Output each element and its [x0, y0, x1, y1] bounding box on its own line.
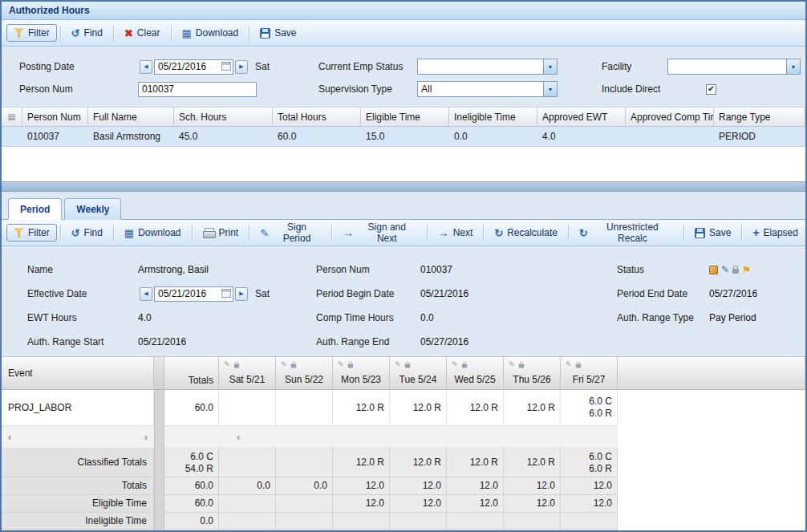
- download-icon: ▦: [124, 228, 134, 238]
- dropdown-button[interactable]: ▼: [543, 59, 557, 74]
- day-cell-fri[interactable]: 6.0 C 6.0 R: [561, 390, 618, 426]
- day-header-sat[interactable]: ✎ Sat 5/21: [219, 357, 276, 390]
- cell-sch-hours: 45.0: [174, 127, 273, 147]
- day-header-icons: ✎: [219, 357, 275, 369]
- header-full-name[interactable]: Full Name: [88, 108, 174, 127]
- sign-period-button[interactable]: ✎ Sign Period: [253, 218, 328, 247]
- filter-button[interactable]: Filter: [6, 224, 57, 242]
- header-ineligible-time[interactable]: Ineligible Time: [449, 108, 537, 127]
- day-header-thu[interactable]: ✎ Thu 5/26: [504, 357, 561, 390]
- header-approved-comp-time[interactable]: Approved Comp Tir: [626, 108, 714, 127]
- posting-date-prev-button[interactable]: ◀: [140, 60, 152, 74]
- recalculate-button[interactable]: ↻ Recalculate: [487, 224, 565, 242]
- scroll-left-icon[interactable]: ‹: [8, 431, 11, 443]
- chevron-down-icon: ▼: [791, 64, 797, 70]
- posting-date-input[interactable]: [155, 61, 220, 73]
- cell-range-type: PERIOD: [714, 127, 805, 147]
- right-arrow-icon: ▶: [239, 290, 243, 297]
- facility-control: ▼: [667, 59, 805, 75]
- day-cell-mon[interactable]: 12.0 R: [333, 390, 390, 426]
- print-button[interactable]: Print: [196, 224, 246, 242]
- effective-date-input[interactable]: [155, 288, 220, 300]
- posting-date-next-button[interactable]: ▶: [235, 60, 248, 74]
- period-begin-label: Period Begin Date: [316, 288, 420, 299]
- left-scrollbar: ‹ ›: [2, 426, 154, 449]
- summary-cell: 12.0: [561, 477, 618, 495]
- summary-cell: [561, 513, 618, 530]
- sign-and-next-button[interactable]: → Sign and Next: [335, 218, 424, 247]
- facility-dropdown[interactable]: ▼: [667, 59, 801, 75]
- day-header-sun[interactable]: ✎ Sun 5/22: [276, 357, 333, 390]
- summary-label: Ineligible Time: [2, 513, 154, 530]
- tab-period[interactable]: Period: [8, 198, 62, 220]
- include-direct-checkbox[interactable]: ✔: [706, 84, 716, 95]
- summary-cell: 12.0: [333, 477, 390, 495]
- clear-button[interactable]: ✖ Clear: [117, 24, 168, 42]
- day-header-tue[interactable]: ✎ Tue 5/24: [390, 357, 447, 390]
- day-header-mon[interactable]: ✎ Mon 5/23: [333, 357, 390, 390]
- day-header-fri[interactable]: ✎ Fri 5/27: [561, 357, 618, 390]
- find-button[interactable]: ↺ Find: [64, 24, 110, 42]
- calendar-icon[interactable]: [221, 289, 231, 298]
- row-filler: [618, 449, 805, 477]
- day-cell-wed[interactable]: 12.0 R: [447, 390, 504, 426]
- event-cell[interactable]: PROJ_LABOR: [2, 390, 154, 426]
- cell-approved-ewt: 4.0: [537, 127, 626, 147]
- unrestricted-recalc-button[interactable]: ↻ Unrestricted Recalc: [572, 218, 680, 247]
- day-cell-sat[interactable]: [219, 390, 276, 426]
- next-button[interactable]: → Next: [431, 224, 481, 242]
- effective-date-next-button[interactable]: ▶: [235, 287, 248, 301]
- summary-cell: 6.0 C 6.0 R: [561, 449, 618, 477]
- header-person-num[interactable]: Person Num: [22, 108, 88, 127]
- horizontal-splitter[interactable]: [2, 181, 805, 192]
- detail-fields: Name Armstrong, Basil Person Num 010037 …: [2, 246, 805, 356]
- scroll-right-icon[interactable]: ›: [144, 431, 148, 443]
- summary-row-eligible: Eligible Time 60.0 12.0 12.0 12.0 12.0 1…: [2, 495, 805, 513]
- save-button[interactable]: Save: [687, 224, 738, 242]
- effective-date-prev-button[interactable]: ◀: [140, 287, 152, 301]
- summary-totals: 60.0: [164, 477, 219, 495]
- header-approved-ewt[interactable]: Approved EWT: [537, 108, 626, 127]
- save-button-label: Save: [274, 27, 296, 39]
- summary-cell: 12.0: [390, 495, 447, 513]
- scroll-left-icon[interactable]: ‹: [237, 431, 240, 443]
- results-row[interactable]: 010037 Basil Armstrong 45.0 60.0 15.0 0.…: [2, 127, 805, 147]
- toolbar-separator: [683, 225, 684, 241]
- download-button[interactable]: ▦ Download: [117, 224, 189, 242]
- day-lock-icon: [347, 364, 352, 368]
- header-sch-hours[interactable]: Sch. Hours: [174, 108, 273, 127]
- chevron-down-icon: ▼: [548, 64, 554, 70]
- person-num-input[interactable]: [138, 82, 257, 97]
- sign-and-next-button-label: Sign and Next: [358, 221, 416, 244]
- save-button[interactable]: Save: [253, 24, 303, 42]
- header-total-hours[interactable]: Total Hours: [273, 108, 361, 127]
- current-emp-status-dropdown[interactable]: ▼: [417, 59, 558, 75]
- status-label: Status: [617, 264, 709, 275]
- elapsed-button[interactable]: + Elapsed: [745, 224, 805, 242]
- download-button[interactable]: ▦ Download: [175, 24, 246, 42]
- calendar-icon[interactable]: [221, 62, 231, 71]
- print-icon: [203, 228, 215, 238]
- day-cell-thu[interactable]: 12.0 R: [504, 390, 561, 426]
- header-eligible-time[interactable]: Eligible Time: [361, 108, 449, 127]
- summary-label: Totals: [2, 477, 154, 495]
- dropdown-button[interactable]: ▼: [543, 82, 557, 96]
- dropdown-button[interactable]: ▼: [786, 59, 800, 74]
- day-cell-sun[interactable]: [276, 390, 333, 426]
- filter-panel: Posting Date ◀ ▶ Sat Current Emp Status …: [2, 47, 805, 108]
- filter-button[interactable]: Filter: [6, 24, 57, 42]
- day-cell-tue[interactable]: 12.0 R: [390, 390, 447, 426]
- summary-cell: [447, 513, 504, 530]
- header-range-type[interactable]: Range Type: [714, 108, 805, 127]
- current-emp-status-value: [418, 59, 543, 74]
- find-button[interactable]: ↺ Find: [64, 224, 110, 242]
- supervision-type-dropdown[interactable]: All ▼: [417, 81, 558, 97]
- save-icon: [695, 228, 705, 238]
- next-button-label: Next: [453, 227, 473, 238]
- tab-weekly[interactable]: Weekly: [64, 198, 121, 220]
- summary-cell: 12.0 R: [333, 449, 390, 477]
- comp-time-value: 0.0: [420, 312, 617, 323]
- day-header-wed[interactable]: ✎ Wed 5/25: [447, 357, 504, 390]
- grid-corner-icon: ▤: [8, 112, 15, 121]
- day-header-label: Thu 5/26: [504, 369, 560, 389]
